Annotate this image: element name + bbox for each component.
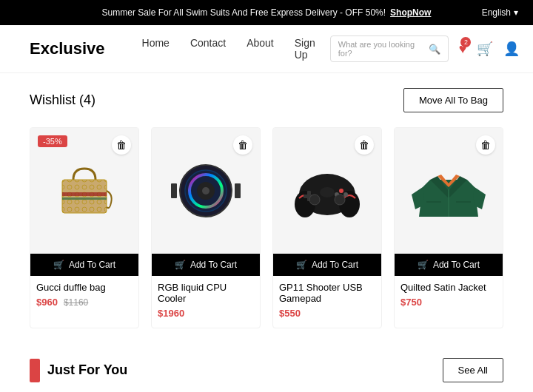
add-to-cart-button-1[interactable]: 🛒 Add To Cart xyxy=(30,254,138,276)
product-info-1: Gucci duffle bag $960 $1160 xyxy=(30,276,138,317)
svg-rect-5 xyxy=(62,197,107,200)
svg-rect-11 xyxy=(171,183,177,198)
search-icon[interactable]: 🔍 xyxy=(429,44,440,55)
banner-cta[interactable]: ShopNow xyxy=(390,7,431,18)
section-title: Just For You xyxy=(47,362,127,378)
section-bar xyxy=(30,359,40,382)
banner-text: Summer Sale For All Swim Suits And Free … xyxy=(102,7,386,18)
svg-point-24 xyxy=(335,195,345,205)
top-banner: Summer Sale For All Swim Suits And Free … xyxy=(0,0,533,25)
delete-button-4[interactable]: 🗑 xyxy=(476,135,495,155)
main-nav: Home Contact About Sign Up xyxy=(142,37,315,61)
original-price-1: $1160 xyxy=(64,297,88,308)
product-card-4: 🗑 🛒 xyxy=(394,127,503,328)
see-all-button[interactable]: See All xyxy=(443,358,503,382)
gamepad-image xyxy=(286,154,368,228)
svg-point-19 xyxy=(343,192,348,197)
section-title-wrap: Just For You xyxy=(30,359,127,382)
cart-icon-3: 🛒 xyxy=(296,260,307,270)
move-all-button[interactable]: Move All To Bag xyxy=(403,88,503,112)
main-content: Wishlist (4) Move All To Bag -35% 🗑 xyxy=(0,73,533,392)
cart-icon-1: 🛒 xyxy=(53,260,64,270)
add-to-cart-button-4[interactable]: 🛒 Add To Cart xyxy=(395,254,503,276)
product-name-4: Quilted Satin Jacket xyxy=(400,282,497,293)
nav-about[interactable]: About xyxy=(247,37,274,61)
wishlist-title: Wishlist (4) xyxy=(30,92,95,108)
svg-point-23 xyxy=(309,195,320,205)
cart-icon-4: 🛒 xyxy=(418,260,429,270)
header: Exclusive Home Contact About Sign Up Wha… xyxy=(0,25,533,73)
user-button[interactable]: 👤 xyxy=(503,41,520,57)
discount-badge-1: -35% xyxy=(38,135,67,147)
satin-jacket-image xyxy=(408,154,489,228)
just-for-you-header: Just For You See All xyxy=(30,358,503,382)
nav-contact[interactable]: Contact xyxy=(190,37,226,61)
language-selector[interactable]: English ▾ xyxy=(482,7,518,18)
current-price-3: $550 xyxy=(279,308,301,319)
product-card-1: -35% 🗑 xyxy=(30,127,139,328)
current-price-2: $1960 xyxy=(158,308,184,319)
svg-point-22 xyxy=(320,187,335,197)
price-row-2: $1960 xyxy=(158,308,254,319)
svg-rect-1 xyxy=(62,180,107,213)
nav-home[interactable]: Home xyxy=(142,37,170,61)
product-info-4: Quilted Satin Jacket $750 xyxy=(395,276,503,317)
product-card-2: 🗑 xyxy=(151,127,261,328)
price-row-3: $550 xyxy=(279,308,375,319)
product-image-wrap-4: 🗑 xyxy=(395,128,503,254)
delete-button-2[interactable]: 🗑 xyxy=(233,135,252,155)
svg-point-18 xyxy=(339,189,343,193)
wishlist-button[interactable]: ♥ 2 xyxy=(459,41,467,57)
delete-button-1[interactable]: 🗑 xyxy=(112,135,131,155)
delete-button-3[interactable]: 🗑 xyxy=(355,135,374,155)
product-image-wrap-2: 🗑 xyxy=(152,128,260,254)
header-actions: What are you looking for? 🔍 ♥ 2 🛒 👤 xyxy=(330,36,520,62)
price-row-1: $960 $1160 xyxy=(36,297,133,308)
product-info-2: RGB liquid CPU Cooler $1960 xyxy=(152,276,260,328)
wishlist-header: Wishlist (4) Move All To Bag xyxy=(30,88,503,112)
product-image-wrap-1: -35% 🗑 xyxy=(30,128,138,254)
product-name-2: RGB liquid CPU Cooler xyxy=(158,282,254,304)
product-card-3: 🗑 xyxy=(272,127,382,328)
svg-rect-12 xyxy=(235,183,241,198)
logo: Exclusive xyxy=(30,39,105,58)
product-name-1: Gucci duffle bag xyxy=(36,282,133,293)
cart-button[interactable]: 🛒 xyxy=(477,41,493,57)
product-name-3: GP11 Shooter USB Gamepad xyxy=(279,282,375,304)
svg-point-10 xyxy=(202,187,209,195)
product-info-3: GP11 Shooter USB Gamepad $550 xyxy=(273,276,381,328)
search-box[interactable]: What are you looking for? 🔍 xyxy=(330,36,449,62)
add-to-cart-button-3[interactable]: 🛒 Add To Cart xyxy=(273,254,381,276)
product-image-wrap-3: 🗑 xyxy=(273,128,381,254)
wishlist-badge: 2 xyxy=(460,37,471,47)
search-placeholder: What are you looking for? xyxy=(338,40,424,58)
price-row-4: $750 xyxy=(400,297,497,308)
svg-rect-4 xyxy=(62,192,107,196)
current-price-4: $750 xyxy=(400,297,422,308)
cart-icon-2: 🛒 xyxy=(175,260,186,270)
add-to-cart-button-2[interactable]: 🛒 Add To Cart xyxy=(152,254,260,276)
gucci-bag-image xyxy=(44,154,125,228)
current-price-1: $960 xyxy=(36,297,58,308)
cpu-cooler-image xyxy=(165,154,247,228)
wishlist-product-grid: -35% 🗑 xyxy=(30,127,503,328)
nav-signup[interactable]: Sign Up xyxy=(295,37,315,61)
